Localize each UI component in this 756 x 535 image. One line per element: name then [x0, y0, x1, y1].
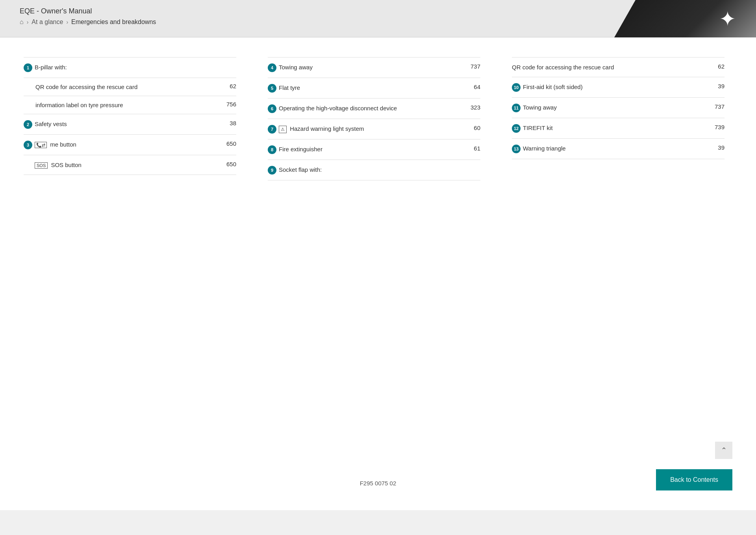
badge-6: 6 — [268, 104, 276, 113]
content-grid: 1 B-pillar with: QR code for accessing t… — [24, 57, 724, 180]
bpillar-section-header: 1 B-pillar with: — [24, 57, 236, 78]
fire-extinguisher-item: 8 Fire extinguisher 61 — [268, 139, 480, 160]
breadcrumb-sep-2: › — [66, 19, 68, 25]
breadcrumb-sep-1: › — [27, 19, 29, 25]
column-1: 1 B-pillar with: QR code for accessing t… — [24, 57, 236, 180]
badge-4: 4 — [268, 63, 276, 72]
logo-area: ✦ — [614, 0, 756, 37]
badge-10: 10 — [512, 83, 521, 92]
col3-qr-code-item: QR code for accessing the rescue card 62 — [512, 57, 724, 77]
sos-button-page: 650 — [226, 161, 236, 167]
badge-9: 9 — [268, 166, 276, 175]
high-voltage-text: Operating the high-voltage disconnect de… — [279, 104, 397, 112]
badge-2: 2 — [24, 120, 32, 129]
flat-tyre-text: Flat tyre — [279, 84, 300, 92]
col3-qr-code-text: QR code for accessing the rescue card — [512, 63, 614, 71]
tirefit-item: 12 TIREFIT kit 739 — [512, 118, 724, 139]
badge-3: 3 — [24, 141, 32, 149]
tirefit-text: TIREFIT kit — [523, 124, 553, 132]
towing-away-page: 737 — [471, 63, 480, 70]
mercedes-star-icon: ✦ — [719, 9, 736, 29]
badge-8: 8 — [268, 145, 276, 154]
bpillar-label: B-pillar with: — [35, 63, 67, 71]
badge-1: 1 — [24, 63, 32, 72]
scroll-up-button[interactable]: ⌃ — [715, 442, 732, 459]
tyre-pressure-page: 756 — [226, 101, 236, 108]
qr-rescue-page: 62 — [230, 83, 236, 89]
back-to-contents-button[interactable]: Back to Contents — [656, 469, 732, 490]
safety-vests-item: 2 Safety vests 38 — [24, 114, 236, 135]
me-button-item: 3 📞⇄ me button 650 — [24, 135, 236, 155]
badge-5: 5 — [268, 84, 276, 93]
col3-towing-text: Towing away — [523, 103, 557, 111]
breadcrumb-at-a-glance[interactable]: At a glance — [32, 19, 63, 26]
qr-rescue-text: QR code for accessing the rescue card — [35, 83, 226, 91]
flat-tyre-item: 5 Flat tyre 64 — [268, 78, 480, 98]
breadcrumb-current-page: Emergencies and breakdowns — [71, 19, 156, 26]
col3-towing-item: 11 Towing away 737 — [512, 98, 724, 118]
warning-triangle-item: 13 Warning triangle 39 — [512, 139, 724, 159]
home-icon[interactable]: ⌂ — [20, 19, 24, 26]
first-aid-page: 39 — [718, 83, 724, 89]
me-button-text: 📞⇄ me button — [35, 140, 76, 149]
badge-13: 13 — [512, 145, 521, 153]
socket-flap-item: 9 Socket flap with: — [268, 160, 480, 180]
col3-towing-page: 737 — [715, 103, 724, 110]
footer: F295 0075 02 — [0, 480, 756, 487]
me-button-page: 650 — [226, 140, 236, 147]
badge-7: 7 — [268, 125, 276, 134]
first-aid-text: First-aid kit (soft sided) — [523, 83, 583, 91]
warning-triangle-icon: ⚠ — [279, 126, 287, 133]
me-icon: 📞⇄ — [35, 142, 47, 148]
safety-vests-page: 38 — [230, 120, 236, 126]
hazard-warning-page: 60 — [474, 124, 480, 131]
fire-extinguisher-page: 61 — [474, 145, 480, 152]
high-voltage-page: 323 — [471, 104, 480, 111]
tirefit-page: 739 — [715, 124, 724, 130]
tyre-pressure-text: information label on tyre pressure — [35, 101, 222, 109]
col3-qr-code-page: 62 — [718, 63, 724, 70]
column-3: QR code for accessing the rescue card 62… — [512, 57, 724, 180]
towing-away-item: 4 Towing away 737 — [268, 57, 480, 78]
towing-away-text: Towing away — [279, 63, 313, 71]
high-voltage-item: 6 Operating the high-voltage disconnect … — [268, 98, 480, 119]
flat-tyre-page: 64 — [474, 84, 480, 90]
tyre-pressure-item: information label on tyre pressure 756 — [24, 96, 236, 114]
document-id: F295 0075 02 — [360, 480, 397, 487]
column-2: 4 Towing away 737 5 Flat tyre 64 6 Opera… — [268, 57, 480, 180]
sos-button-item: SOS SOS button 650 — [24, 155, 236, 175]
badge-12: 12 — [512, 124, 521, 133]
qr-code-rescue-item: QR code for accessing the rescue card 62 — [24, 78, 236, 96]
fire-extinguisher-text: Fire extinguisher — [279, 145, 322, 153]
warning-triangle-page: 39 — [718, 144, 724, 151]
hazard-warning-item: 7 ⚠ Hazard warning light system 60 — [268, 119, 480, 139]
warning-triangle-text: Warning triangle — [523, 144, 566, 152]
safety-vests-text: Safety vests — [35, 120, 67, 128]
sos-icon: SOS — [35, 162, 48, 169]
sos-button-text: SOS SOS button — [24, 161, 82, 169]
main-content: 1 B-pillar with: QR code for accessing t… — [0, 37, 756, 510]
page-header: EQE - Owner's Manual ⌂ › At a glance › E… — [0, 0, 756, 37]
socket-flap-text: Socket flap with: — [279, 165, 322, 174]
first-aid-item: 10 First-aid kit (soft sided) 39 — [512, 77, 724, 98]
hazard-warning-text: ⚠ Hazard warning light system — [279, 124, 364, 133]
badge-11: 11 — [512, 104, 521, 112]
